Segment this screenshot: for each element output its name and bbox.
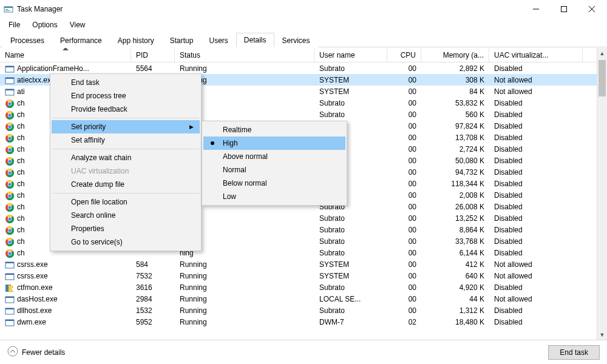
submenu-arrow-icon: ▶ bbox=[189, 124, 194, 130]
menu-item-above-normal[interactable]: Above normal bbox=[203, 150, 345, 163]
col-pid[interactable]: PID bbox=[131, 48, 175, 62]
process-uac: Disabled bbox=[489, 121, 583, 131]
process-user: Subrato bbox=[314, 110, 387, 120]
scroll-up-icon[interactable]: ▲ bbox=[597, 48, 607, 58]
vertical-scrollbar[interactable]: ▲ ▼ bbox=[597, 48, 607, 340]
process-name: ch bbox=[17, 249, 25, 257]
menu-item-properties[interactable]: Properties bbox=[52, 222, 200, 235]
col-status[interactable]: Status bbox=[175, 48, 314, 62]
menu-item-set-affinity[interactable]: Set affinity bbox=[52, 133, 200, 147]
process-icon bbox=[5, 306, 15, 315]
process-cpu: 00 bbox=[387, 306, 421, 315]
chrome-icon bbox=[5, 214, 15, 223]
svg-rect-87 bbox=[5, 274, 14, 275]
menu-item-set-priority[interactable]: Set priority▶ bbox=[52, 120, 200, 133]
table-row[interactable]: ctfmon.exe3616RunningSubrato004,920 KDis… bbox=[0, 281, 607, 293]
process-cpu: 00 bbox=[387, 294, 421, 304]
tab-services[interactable]: Services bbox=[274, 33, 318, 47]
svg-rect-92 bbox=[5, 308, 14, 309]
col-mem[interactable]: Memory (a... bbox=[421, 48, 489, 62]
process-icon bbox=[5, 260, 15, 269]
menu-item-realtime[interactable]: Realtime bbox=[203, 123, 345, 136]
process-name: csrss.exe bbox=[17, 272, 48, 280]
svg-point-73 bbox=[8, 229, 12, 232]
process-name: dwm.exe bbox=[17, 318, 46, 326]
process-memory: 33,768 K bbox=[421, 237, 489, 246]
menu-item-high[interactable]: High bbox=[203, 136, 345, 150]
table-row[interactable]: csrss.exe584RunningSYSTEM00412 KNot allo… bbox=[0, 258, 607, 270]
window-title: Task Manager bbox=[17, 5, 63, 13]
table-row[interactable]: dwm.exe5952RunningDWM-70218,480 KDisable… bbox=[0, 316, 607, 328]
table-row[interactable]: dllhost.exe1532RunningSubrato001,312 KDi… bbox=[0, 305, 607, 316]
menu-item-go-to-service-s-[interactable]: Go to service(s) bbox=[52, 235, 200, 249]
process-memory: 4,920 K bbox=[421, 283, 489, 292]
table-row[interactable]: ApplicationFrameHo...5564RunningSubrato0… bbox=[0, 62, 607, 74]
menubar: File Options View bbox=[0, 18, 607, 32]
tab-startup[interactable]: Startup bbox=[162, 33, 202, 47]
tab-processes[interactable]: Processes bbox=[2, 33, 52, 47]
menu-file[interactable]: File bbox=[2, 19, 26, 30]
process-status: Running bbox=[175, 306, 314, 315]
table-row[interactable]: dasHost.exe2984RunningLOCAL SE...0044 KN… bbox=[0, 293, 607, 305]
menu-item-end-process-tree[interactable]: End process tree bbox=[52, 89, 200, 103]
menu-item-normal[interactable]: Normal bbox=[203, 163, 345, 177]
menu-item-open-file-location[interactable]: Open file location bbox=[52, 195, 200, 209]
col-user[interactable]: User name bbox=[314, 48, 387, 62]
process-name: ch bbox=[17, 110, 25, 119]
tab-app-history[interactable]: App history bbox=[110, 33, 162, 47]
tab-details[interactable]: Details bbox=[236, 33, 274, 47]
process-status: Running bbox=[175, 271, 314, 281]
process-cpu: 00 bbox=[387, 98, 421, 108]
process-name: ch bbox=[17, 214, 25, 223]
maximize-button[interactable] bbox=[550, 0, 578, 18]
process-icon bbox=[5, 76, 15, 84]
menu-item-analyze-wait-chain[interactable]: Analyze wait chain bbox=[52, 151, 200, 164]
process-memory: 1,312 K bbox=[421, 306, 489, 315]
menu-item-search-online[interactable]: Search online bbox=[52, 209, 200, 222]
task-manager-icon bbox=[4, 4, 13, 14]
menu-item-provide-feedback[interactable]: Provide feedback bbox=[52, 103, 200, 116]
col-uac[interactable]: UAC virtualizat... bbox=[489, 48, 583, 62]
svg-point-18 bbox=[8, 102, 12, 105]
menu-view[interactable]: View bbox=[64, 19, 92, 30]
menu-item-create-dump-file[interactable]: Create dump file bbox=[52, 178, 200, 191]
process-cpu: 00 bbox=[387, 283, 421, 292]
process-uac: Disabled bbox=[489, 133, 583, 143]
process-cpu: 00 bbox=[387, 64, 421, 73]
table-row[interactable]: csrss.exe7532RunningSYSTEM00640 KNot all… bbox=[0, 270, 607, 281]
menu-item-end-task[interactable]: End task bbox=[52, 76, 200, 89]
process-uac: Not allowed bbox=[489, 87, 583, 96]
svg-rect-85 bbox=[5, 262, 14, 263]
process-cpu: 00 bbox=[387, 214, 421, 223]
process-memory: 13,708 K bbox=[421, 133, 489, 143]
col-name[interactable]: Name bbox=[0, 48, 131, 62]
svg-rect-1 bbox=[4, 7, 13, 8]
scroll-down-icon[interactable]: ▼ bbox=[597, 329, 607, 340]
chrome-icon bbox=[5, 249, 15, 257]
menu-options[interactable]: Options bbox=[26, 19, 63, 30]
svg-rect-90 bbox=[5, 297, 14, 298]
process-cpu: 00 bbox=[387, 271, 421, 281]
menu-item-low[interactable]: Low bbox=[203, 190, 345, 203]
process-memory: 2,008 K bbox=[421, 190, 489, 200]
chrome-icon bbox=[5, 145, 15, 153]
process-cpu: 00 bbox=[387, 121, 421, 131]
end-task-button[interactable]: End task bbox=[548, 345, 600, 360]
tab-users[interactable]: Users bbox=[201, 33, 236, 47]
tab-performance[interactable]: Performance bbox=[52, 33, 110, 47]
process-cpu: 00 bbox=[387, 248, 421, 258]
chrome-icon bbox=[5, 226, 15, 234]
close-button[interactable] bbox=[578, 0, 606, 18]
process-uac: Disabled bbox=[489, 202, 583, 212]
process-memory: 18,480 K bbox=[421, 317, 489, 327]
svg-point-63 bbox=[8, 206, 12, 209]
process-status: Running bbox=[175, 260, 314, 269]
fewer-details-toggle[interactable]: Fewer details bbox=[7, 346, 65, 359]
minimize-button[interactable] bbox=[522, 0, 550, 18]
process-memory: 308 K bbox=[421, 75, 489, 85]
col-cpu[interactable]: CPU bbox=[387, 48, 421, 62]
ctfmon-icon bbox=[5, 283, 15, 292]
grid-header: Name PID Status User name CPU Memory (a.… bbox=[0, 48, 607, 62]
menu-item-below-normal[interactable]: Below normal bbox=[203, 177, 345, 190]
scrollbar-thumb[interactable] bbox=[599, 60, 606, 96]
